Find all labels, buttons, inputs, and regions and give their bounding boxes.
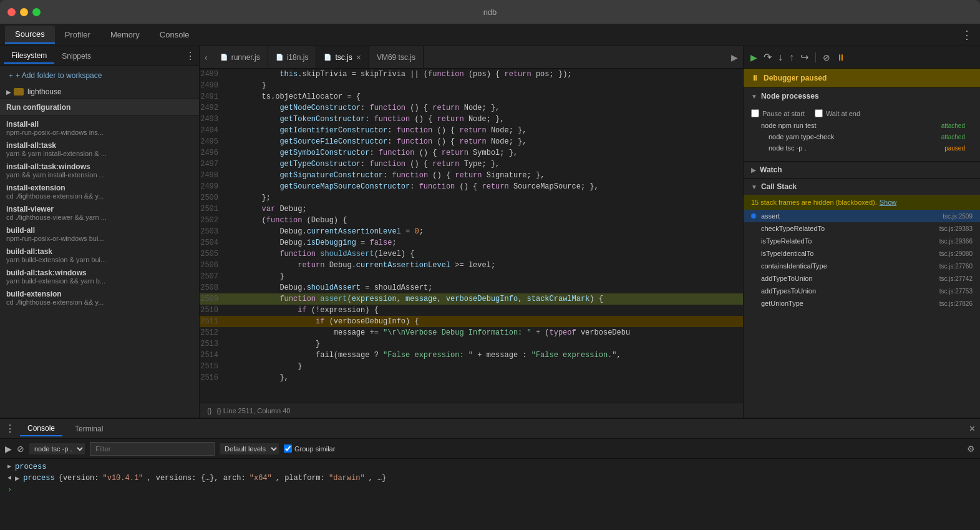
app-body: Filesystem Snippets ⋮ + + Add folder to … (0, 46, 980, 530)
call-stack-header[interactable]: ▼ Call Stack (744, 179, 980, 195)
code-line-2504: 2504 Debug.isDebugging = false; (200, 237, 743, 248)
console-run-icon[interactable]: ▶ (5, 444, 12, 454)
pause-at-start-checkbox[interactable] (751, 109, 759, 117)
run-config-install-all[interactable]: install-all npm-run-posix-or-windows ins… (0, 116, 199, 137)
process-checkboxes: Pause at start Wait at end (751, 107, 973, 120)
process-list: node npm run test attached node yarn typ… (751, 120, 973, 156)
wait-at-end-checkbox[interactable] (815, 109, 823, 117)
bottom-panel: ⋮ Console Terminal × ▶ ⊘ node tsc -p . D… (0, 418, 980, 530)
process-tsc[interactable]: node tsc -p . paused (759, 142, 973, 154)
call-stack-item-assert[interactable]: assert tsc.js:2509 (744, 210, 980, 222)
run-config-build-all[interactable]: build-all npm-run-posix-or-windows bui..… (0, 222, 199, 243)
app-main: Filesystem Snippets ⋮ + + Add folder to … (0, 46, 980, 418)
group-similar-checkbox-label[interactable]: Group similar (284, 444, 335, 453)
call-stack-item-get-union-type[interactable]: getUnionType tsc.js:27826 (744, 297, 980, 310)
run-config-build-all-task[interactable]: build-all:task yarn build-extension & ya… (0, 243, 199, 265)
bottom-panel-header: ⋮ Console Terminal × (0, 419, 980, 439)
code-line-2502: 2502 (function (Debug) { (200, 215, 743, 226)
sidebar-tab-filesystem[interactable]: Filesystem (4, 49, 54, 64)
step-button[interactable]: ↪ (798, 51, 810, 64)
run-config-install-extension[interactable]: install-extension cd ./lighthouse-extens… (0, 180, 199, 201)
run-config-install-all-task[interactable]: install-all:task yarn & yarn install-ext… (0, 137, 199, 159)
tab-profiler[interactable]: Profiler (55, 26, 100, 43)
node-processes-section: ▼ Node processes Pause at start Wait at … (744, 88, 980, 162)
wait-at-end-checkbox-label[interactable]: Wait at end (815, 109, 860, 117)
console-context-selector[interactable]: node tsc -p . (29, 443, 85, 454)
call-stack-item-is-type-identical[interactable]: isTypeIdenticalTo tsc.js:29080 (744, 247, 980, 260)
console-line-process-expanded[interactable]: ◀ ▶ process {version: "v10.4.1" , versio… (0, 473, 980, 484)
node-processes-header[interactable]: ▼ Node processes (744, 88, 980, 104)
call-stack-item-is-type-related[interactable]: isTypeRelatedTo tsc.js:29366 (744, 235, 980, 247)
file-icon: 📄 (220, 54, 228, 61)
bottom-panel-menu-icon[interactable]: ⋮ (5, 423, 15, 434)
code-line-2514: 2514 fail(message ? "False expression: "… (200, 350, 743, 361)
editor-tab-runner-js[interactable]: 📄 runner.js (213, 46, 268, 68)
console-stop-icon[interactable]: ⊘ (17, 444, 24, 454)
sidebar-tab-snippets[interactable]: Snippets (54, 49, 99, 63)
code-line-2492: 2492 getNodeConstructor: function () { r… (200, 102, 743, 114)
editor-tab-vm69-tsc-js[interactable]: VM69 tsc.js (369, 46, 424, 68)
add-folder-button[interactable]: + + Add folder to workspace (0, 66, 199, 85)
debugger-paused-text: Debugger paused (764, 74, 827, 82)
console-prompt-line[interactable]: › (0, 484, 980, 496)
code-line-2513: 2513 } (200, 338, 743, 350)
code-editor[interactable]: 2489 this.skipTrivia = skipTrivia || (fu… (200, 69, 743, 403)
console-line-process[interactable]: ▶ process (0, 461, 980, 473)
process-yarn-type-check[interactable]: node yarn type-check attached (759, 131, 973, 142)
section-collapse-icon: ▼ (751, 93, 757, 100)
editor-run-icon[interactable]: ▶ (726, 52, 743, 62)
more-options-icon[interactable]: ⋮ (954, 28, 980, 42)
bottom-tab-console[interactable]: Console (20, 421, 62, 436)
code-line-2495: 2495 getSourceFileConstructor: function … (200, 136, 743, 147)
editor-tab-tsc-js[interactable]: 📄 tsc.js × (316, 46, 369, 68)
tab-console-main[interactable]: Console (150, 26, 200, 43)
curly-braces-icon: {} (207, 407, 211, 415)
console-filter-input[interactable] (90, 442, 215, 456)
call-stack-item-contains-identical[interactable]: containsIdenticalType tsc.js:27760 (744, 260, 980, 272)
editor-nav-back-icon[interactable]: ‹ (200, 52, 213, 62)
folder-item-lighthouse[interactable]: ▶ lighthouse (0, 85, 199, 99)
debugger-panel: ▶ ↷ ↓ ↑ ↪ ⊘ ⏸ ⏸ Debugger paused ▼ Node p… (743, 46, 980, 418)
code-line-2510: 2510 if (!expression) { (200, 305, 743, 316)
pause-at-start-checkbox-label[interactable]: Pause at start (751, 109, 805, 117)
code-line-2512: 2512 message += "\r\nVerbose Debug Infor… (200, 327, 743, 338)
resume-button[interactable]: ▶ (749, 51, 759, 64)
call-stack-item-add-types-to-union[interactable]: addTypesToUnion tsc.js:27753 (744, 285, 980, 297)
code-line-2509: 2509 function assert(expression, message… (200, 293, 743, 305)
console-output: ▶ process ◀ ▶ process {version: "v10.4.1… (0, 459, 980, 530)
group-similar-checkbox[interactable] (284, 444, 292, 453)
node-processes-label: Node processes (761, 92, 819, 101)
watch-arrow-icon: ▶ (751, 167, 756, 174)
tab-sources[interactable]: Sources (5, 26, 55, 44)
step-out-button[interactable]: ↑ (787, 51, 796, 64)
add-folder-label: + Add folder to workspace (16, 71, 102, 80)
run-config-build-extension[interactable]: build-extension cd ./lighthouse-extensio… (0, 286, 199, 307)
tab-close-icon[interactable]: × (356, 52, 361, 62)
call-stack-section: ▼ Call Stack 15 stack frames are hidden … (744, 179, 980, 418)
sidebar-more-icon[interactable]: ⋮ (185, 50, 195, 62)
show-hidden-frames-link[interactable]: Show (880, 199, 897, 206)
maximize-button[interactable] (32, 8, 41, 16)
step-into-button[interactable]: ↓ (776, 51, 785, 64)
deactivate-breakpoints-button[interactable]: ⊘ (821, 51, 832, 64)
run-config-install-viewer[interactable]: install-viewer cd ./lighthouse-viewer &&… (0, 201, 199, 222)
code-line-2498: 2498 getSignatureConstructor: function (… (200, 170, 743, 181)
bottom-panel-close-icon[interactable]: × (969, 423, 975, 434)
minimize-button[interactable] (20, 8, 28, 16)
call-stack-item-add-type-to-union[interactable]: addTypeToUnion tsc.js:27742 (744, 272, 980, 285)
run-config-build-all-task-windows[interactable]: build-all:task:windows yarn build-extens… (0, 265, 199, 286)
watch-section-header[interactable]: ▶ Watch (744, 162, 980, 179)
call-stack-item-check-type-related[interactable]: checkTypeRelatedTo tsc.js:29383 (744, 222, 980, 235)
editor-tab-i18n-js[interactable]: 📄 i18n.js (268, 46, 317, 68)
tab-memory[interactable]: Memory (100, 26, 150, 43)
bottom-tab-terminal[interactable]: Terminal (67, 422, 110, 436)
console-settings-icon[interactable]: ⚙ (967, 444, 975, 454)
close-button[interactable] (7, 8, 16, 16)
pause-on-exception-button[interactable]: ⏸ (835, 51, 847, 64)
plus-icon: + (9, 71, 13, 80)
run-config-install-all-task-windows[interactable]: install-all:task:windows yarn && yarn in… (0, 159, 199, 180)
editor-status-bar: {} {} Line 2511, Column 40 (200, 403, 743, 418)
step-over-button[interactable]: ↷ (762, 51, 774, 64)
console-levels-selector[interactable]: Default levels (220, 443, 279, 454)
process-npm-run-test[interactable]: node npm run test attached (751, 120, 973, 131)
